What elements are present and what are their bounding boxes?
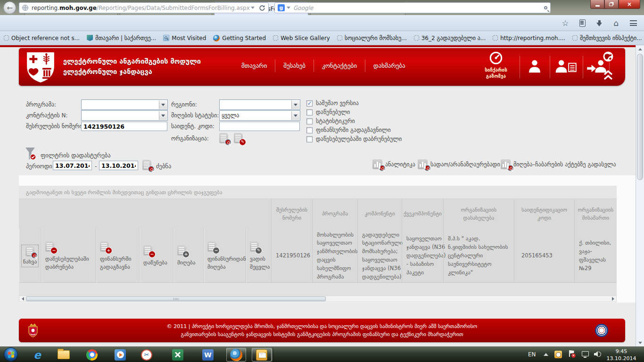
analytics-link[interactable]: ანალიტიკა bbox=[372, 159, 415, 169]
organization-edit-icon[interactable]: ✎ bbox=[234, 133, 243, 143]
bookmark-item[interactable]: Web Slice Gallery bbox=[273, 35, 330, 41]
bookmarks-panel-icon[interactable] bbox=[576, 17, 588, 29]
tray-outlook-reminder-icon[interactable] bbox=[554, 351, 562, 358]
column-header-subcomponent[interactable]: ქვეკომპონენტი bbox=[402, 199, 443, 229]
volume-icon[interactable] bbox=[594, 351, 602, 357]
scroll-down-icon[interactable] bbox=[636, 339, 644, 346]
action-view-button[interactable]: ნახვა bbox=[19, 229, 41, 283]
action-return-to-institution-button[interactable]: − დაწესებულებაში დაბრუნება bbox=[41, 229, 96, 283]
profile-user-icon[interactable] bbox=[527, 59, 542, 74]
taskbar-clock[interactable]: 9:45 13.10.2014 bbox=[606, 348, 636, 362]
column-header-address[interactable]: ორგანიზაციის მისამართი bbox=[574, 199, 617, 229]
bookmark-item[interactable]: Getting Started bbox=[213, 35, 266, 41]
taskbar-excel[interactable] bbox=[168, 348, 188, 362]
grid-data-row[interactable]: ნახვა − დაწესებულებაში დაბრუნება + ფინან… bbox=[19, 229, 617, 283]
menu-hamburger-icon[interactable] bbox=[627, 17, 639, 29]
language-indicator[interactable]: EN bbox=[528, 351, 536, 358]
scroll-right-icon[interactable] bbox=[610, 296, 616, 302]
nav-item-home[interactable]: მთავარი bbox=[233, 59, 275, 72]
column-header-component[interactable]: კომპონენტი bbox=[357, 199, 402, 229]
taskbar-media-player[interactable] bbox=[110, 348, 130, 362]
region-select[interactable] bbox=[219, 99, 300, 110]
disputed-link[interactable]: სადაო/არანაზღაურებადი bbox=[418, 159, 500, 169]
taskbar-internet-explorer[interactable]: e bbox=[27, 348, 47, 362]
downloads-icon[interactable] bbox=[593, 17, 605, 29]
program-select[interactable] bbox=[81, 99, 168, 110]
home-icon[interactable]: ⌂ bbox=[610, 17, 622, 29]
search-magnifier-icon[interactable] bbox=[544, 6, 547, 9]
bookmark-star-icon[interactable]: ☆ bbox=[559, 17, 571, 29]
checkbox-unchecked[interactable] bbox=[306, 118, 313, 124]
minimize-button[interactable] bbox=[590, 0, 604, 9]
execution-number-input[interactable] bbox=[81, 122, 167, 131]
organization-search-icon[interactable] bbox=[219, 133, 228, 143]
close-button[interactable]: × bbox=[619, 0, 640, 9]
nav-item-about[interactable]: შესახებ bbox=[275, 59, 314, 72]
bookmark-item[interactable]: შემთხვევის ინსპექტი... bbox=[572, 35, 642, 41]
search-label[interactable]: ძებნა bbox=[156, 163, 171, 170]
restore-button[interactable] bbox=[604, 0, 619, 9]
speed-test-button[interactable]: სიჩქარის გაზომვა bbox=[477, 50, 515, 79]
taskbar-snipping-tool[interactable]: ✂ bbox=[137, 348, 157, 362]
search-bar[interactable]: g bbox=[274, 2, 551, 13]
reload-icon[interactable] bbox=[259, 5, 265, 11]
site-identity-globe-icon[interactable] bbox=[22, 5, 28, 11]
checkbox-returned-to-institution[interactable]: დაწესებულებაში დაბრუნებული bbox=[306, 136, 402, 142]
bookmark-item[interactable]: Most Visited bbox=[163, 35, 206, 41]
bookmark-item[interactable]: http://reporting.moh.... bbox=[493, 35, 565, 41]
url-bar[interactable]: reporting.moh.gov.ge/Reporting/Pages/Dat… bbox=[19, 2, 269, 13]
checkbox-unchecked[interactable] bbox=[306, 109, 313, 115]
taskbar-firefox-active[interactable] bbox=[226, 348, 246, 362]
page-vertical-scrollbar[interactable] bbox=[636, 45, 644, 346]
user-list-icon[interactable] bbox=[555, 59, 577, 74]
checkbox-checked[interactable]: ✓ bbox=[306, 100, 313, 107]
acceptance-acts-link[interactable]: მიღება–ჩაბარების აქტებზე გადასვლა bbox=[501, 159, 616, 169]
contract-select[interactable] bbox=[81, 110, 168, 121]
period-from-input[interactable] bbox=[53, 161, 92, 170]
language-globe-icon[interactable] bbox=[603, 51, 614, 64]
vertical-scrollbar-thumb[interactable] bbox=[637, 54, 643, 180]
column-header-execution-number[interactable]: შესრულების ნომერი bbox=[271, 199, 312, 229]
checkbox-unchecked[interactable] bbox=[306, 127, 313, 133]
column-header-program[interactable]: პროგრამა bbox=[312, 199, 357, 229]
horizontal-scrollbar-thumb[interactable] bbox=[26, 296, 326, 301]
url-dropdown-icon[interactable] bbox=[251, 7, 255, 9]
action-center-flag-icon[interactable]: × bbox=[569, 350, 575, 358]
filter-funnel-icon[interactable] bbox=[25, 147, 37, 160]
action-receive-from-financial-button[interactable]: − ფინანსურიდან მიღება bbox=[204, 229, 246, 283]
grid-horizontal-scrollbar[interactable] bbox=[19, 296, 617, 302]
scroll-left-icon[interactable] bbox=[19, 296, 26, 302]
bookmark-item[interactable]: მთავარი | საქართვე... bbox=[87, 35, 156, 41]
action-reject-button[interactable]: − დაწუნება bbox=[140, 229, 173, 283]
collapse-chevrons-icon[interactable] bbox=[603, 70, 614, 83]
checkbox-statistical[interactable]: სტატისტიკური bbox=[306, 118, 355, 124]
search-input[interactable] bbox=[293, 5, 544, 11]
taskbar-windows-explorer[interactable] bbox=[54, 348, 74, 362]
show-hidden-icons-icon[interactable] bbox=[544, 353, 548, 356]
filter-confirm-label[interactable]: ფილტრის დადასტურება bbox=[41, 152, 111, 159]
bookmark-item[interactable]: სოციალური მომსახუ... bbox=[337, 35, 407, 41]
action-change-deadline-button[interactable]: ✎ ვადის შეცვლა bbox=[246, 229, 271, 283]
checkbox-working-version[interactable]: ✓სამუშაო ვერსია bbox=[306, 100, 359, 107]
start-button[interactable] bbox=[4, 347, 18, 362]
bookmark-item[interactable]: Object reference not s... bbox=[4, 35, 80, 41]
checkbox-unchecked[interactable] bbox=[306, 136, 313, 142]
bookmark-item[interactable]: 36_2 გადაუდებელი ა... bbox=[414, 35, 486, 41]
action-accept-button[interactable]: + მიღება bbox=[173, 229, 204, 283]
column-header-ident-code[interactable]: საიდენტიფიკაციო კოდი bbox=[514, 199, 574, 229]
taskbar-chrome[interactable] bbox=[82, 348, 102, 362]
checkbox-sent-to-financial[interactable]: ფინანსურში გადაგზავნილი bbox=[306, 127, 391, 133]
scroll-up-icon[interactable] bbox=[636, 45, 644, 53]
taskbar-outlook-active[interactable] bbox=[252, 348, 272, 362]
network-icon[interactable] bbox=[582, 351, 589, 356]
taskbar-word[interactable]: W bbox=[198, 348, 218, 362]
action-send-to-financial-button[interactable]: + ფინანსურში გადაგზავნა bbox=[96, 229, 140, 283]
period-to-input[interactable] bbox=[99, 161, 138, 170]
google-engine-icon[interactable]: g bbox=[278, 4, 285, 11]
status-select[interactable]: ყველა bbox=[219, 110, 300, 121]
checkbox-rejected[interactable]: დაწუნებული bbox=[306, 109, 350, 115]
ident-code-input[interactable] bbox=[219, 122, 300, 131]
nav-item-contacts[interactable]: კონტაქტები bbox=[314, 59, 365, 72]
column-header-organization[interactable]: ორგანიზაციის დასახელება bbox=[443, 199, 514, 229]
back-button[interactable]: ← bbox=[3, 1, 16, 14]
